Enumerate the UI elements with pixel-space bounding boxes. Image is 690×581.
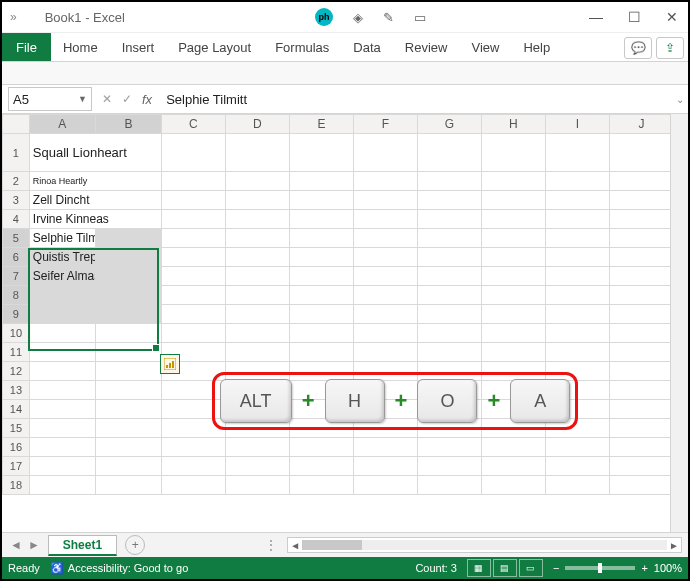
plus-icon: + (487, 388, 500, 414)
scroll-left-icon[interactable]: ◄ (288, 540, 302, 551)
zoom-control[interactable]: − + 100% (553, 562, 682, 574)
horizontal-scrollbar[interactable]: ◄ ► (287, 537, 682, 553)
scroll-right-icon[interactable]: ► (667, 540, 681, 551)
row-header[interactable]: 6 (3, 248, 30, 267)
cell-B5[interactable] (95, 229, 161, 248)
view-normal-icon[interactable]: ▦ (467, 559, 491, 577)
maximize-button[interactable]: ☐ (624, 9, 644, 25)
cell-A4[interactable]: Irvine Kinneas (29, 210, 161, 229)
sheet-nav-next-icon[interactable]: ► (28, 538, 40, 552)
row-header[interactable]: 14 (3, 400, 30, 419)
col-header-C[interactable]: C (161, 115, 225, 134)
view-page-layout-icon[interactable]: ▤ (493, 559, 517, 577)
row-header[interactable]: 4 (3, 210, 30, 229)
col-header-G[interactable]: G (417, 115, 481, 134)
plus-icon: + (302, 388, 315, 414)
cell-A8[interactable] (29, 286, 95, 305)
key-a: A (510, 379, 570, 423)
cell-B8[interactable] (95, 286, 161, 305)
row-header[interactable]: 7 (3, 267, 30, 286)
cell-A5[interactable]: Selphie Tilmitt (29, 229, 95, 248)
cell-A1[interactable]: Squall Lionheart (29, 134, 161, 172)
title-bar: » Book1 - Excel ph ◈ ✎ ▭ — ☐ ✕ (2, 2, 688, 33)
row-header[interactable]: 10 (3, 324, 30, 343)
tab-home[interactable]: Home (51, 33, 110, 61)
tab-view[interactable]: View (459, 33, 511, 61)
cell-A7[interactable]: Seifer Almasy (29, 267, 95, 286)
accept-formula-icon[interactable]: ✓ (122, 92, 132, 106)
cell-B7[interactable] (95, 267, 161, 286)
formula-input[interactable]: Selphie Tilmitt (160, 92, 672, 107)
ribbon-collapsed (2, 62, 688, 85)
tab-help[interactable]: Help (511, 33, 562, 61)
col-header-B[interactable]: B (95, 115, 161, 134)
account-icon[interactable]: ph (315, 8, 333, 26)
tab-formulas[interactable]: Formulas (263, 33, 341, 61)
row-header[interactable]: 5 (3, 229, 30, 248)
svg-rect-3 (172, 361, 174, 368)
diamond-icon[interactable]: ◈ (353, 10, 363, 25)
key-alt: ALT (220, 379, 292, 423)
zoom-out-icon[interactable]: − (553, 562, 559, 574)
chevron-down-icon[interactable]: ▼ (78, 94, 87, 104)
ribbon-tabs: File Home Insert Page Layout Formulas Da… (2, 33, 688, 62)
col-header-I[interactable]: I (545, 115, 609, 134)
accessibility-icon: ♿ (50, 562, 64, 575)
row-header[interactable]: 1 (3, 134, 30, 172)
keyboard-shortcut-overlay: ALT + H + O + A (212, 372, 578, 430)
tab-file[interactable]: File (2, 33, 51, 61)
tab-review[interactable]: Review (393, 33, 460, 61)
tab-insert[interactable]: Insert (110, 33, 167, 61)
zoom-value[interactable]: 100% (654, 562, 682, 574)
col-header-H[interactable]: H (481, 115, 545, 134)
vertical-scrollbar[interactable] (670, 114, 688, 532)
minimize-button[interactable]: — (586, 9, 606, 25)
comments-button[interactable]: 💬 (624, 37, 652, 59)
cell-B9[interactable] (95, 305, 161, 324)
col-header-A[interactable]: A (29, 115, 95, 134)
col-header-E[interactable]: E (289, 115, 353, 134)
row-header[interactable]: 13 (3, 381, 30, 400)
cell-A2[interactable]: Rinoa Heartly (29, 172, 161, 191)
add-sheet-button[interactable]: + (125, 535, 145, 555)
row-header[interactable]: 3 (3, 191, 30, 210)
cell-A3[interactable]: Zell Dincht (29, 191, 161, 210)
svg-rect-1 (166, 365, 168, 368)
row-header[interactable]: 12 (3, 362, 30, 381)
sheet-nav-prev-icon[interactable]: ◄ (10, 538, 22, 552)
name-box[interactable]: A5 ▼ (8, 87, 92, 111)
col-header-J[interactable]: J (609, 115, 670, 134)
view-page-break-icon[interactable]: ▭ (519, 559, 543, 577)
select-all-corner[interactable] (3, 115, 30, 134)
cell-A6[interactable]: Quistis Trepe (29, 248, 95, 267)
qat-overflow-icon[interactable]: » (10, 10, 17, 24)
col-header-F[interactable]: F (353, 115, 417, 134)
cell-grid[interactable]: A B C D E F G H I J 1Squall Lionheart 2R… (2, 114, 670, 495)
fill-handle[interactable] (152, 344, 160, 352)
sheet-tab[interactable]: Sheet1 (48, 535, 117, 556)
row-header[interactable]: 2 (3, 172, 30, 191)
share-button[interactable]: ⇪ (656, 37, 684, 59)
cancel-formula-icon[interactable]: ✕ (102, 92, 112, 106)
tab-data[interactable]: Data (341, 33, 392, 61)
zoom-in-icon[interactable]: + (641, 562, 647, 574)
row-header[interactable]: 17 (3, 457, 30, 476)
fx-icon[interactable]: fx (142, 92, 152, 107)
quick-analysis-icon[interactable] (160, 354, 180, 374)
row-header[interactable]: 9 (3, 305, 30, 324)
wand-icon[interactable]: ✎ (383, 10, 394, 25)
row-header[interactable]: 16 (3, 438, 30, 457)
cell-A9[interactable] (29, 305, 95, 324)
accessibility-status[interactable]: ♿ Accessibility: Good to go (50, 562, 188, 575)
cell-B6[interactable] (95, 248, 161, 267)
close-button[interactable]: ✕ (662, 9, 682, 25)
col-header-D[interactable]: D (225, 115, 289, 134)
window-layout-icon[interactable]: ▭ (414, 10, 426, 25)
row-header[interactable]: 8 (3, 286, 30, 305)
row-header[interactable]: 18 (3, 476, 30, 495)
tab-page-layout[interactable]: Page Layout (166, 33, 263, 61)
row-header[interactable]: 11 (3, 343, 30, 362)
formula-expand-icon[interactable]: ⌄ (672, 94, 688, 105)
row-header[interactable]: 15 (3, 419, 30, 438)
zoom-slider[interactable] (565, 566, 635, 570)
